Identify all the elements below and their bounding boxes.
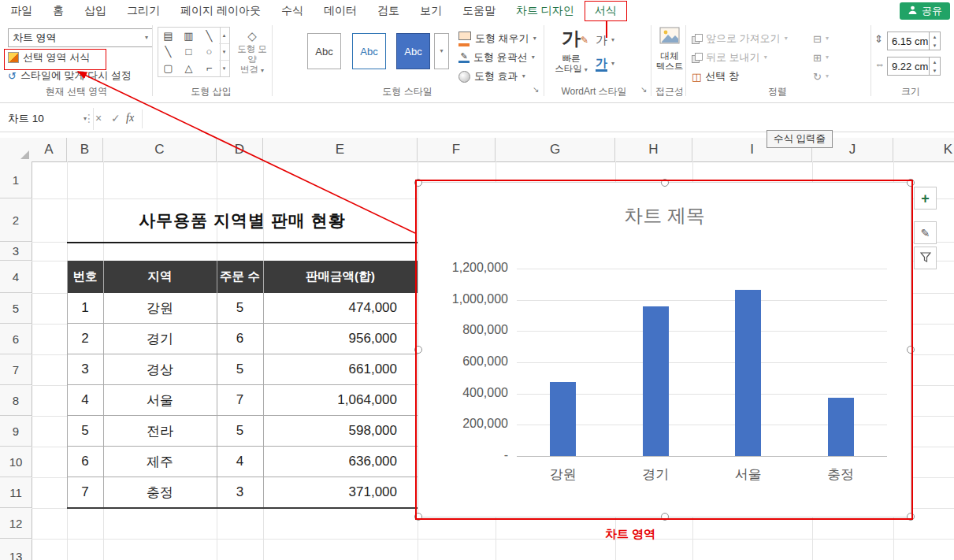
selection-handle[interactable] xyxy=(907,346,915,354)
selection-handle[interactable] xyxy=(907,179,915,187)
insert-function-button[interactable]: fx xyxy=(126,112,134,124)
column-header-D[interactable]: D xyxy=(217,138,263,162)
shape-style-sample-1[interactable]: Abc xyxy=(307,33,341,69)
row-header-6[interactable]: 6 xyxy=(0,324,32,354)
cell[interactable]: 7 xyxy=(217,385,263,416)
scroll-down-icon[interactable]: ▾ xyxy=(219,44,229,61)
cell[interactable]: 956,000 xyxy=(263,324,418,354)
cell[interactable]: 제주 xyxy=(103,447,217,477)
ribbon-tab-draw[interactable]: 그리기 xyxy=(117,1,170,21)
row-header-12[interactable]: 12 xyxy=(0,508,32,539)
shape-textbox-h-icon[interactable]: ▤ xyxy=(158,28,178,43)
chart-ytick-label[interactable]: 1,200,000 xyxy=(420,261,508,275)
cell[interactable]: 4 xyxy=(217,447,263,477)
shape-round-rect-icon[interactable]: ▢ xyxy=(158,60,178,76)
selection-pane-button[interactable]: ◫ 선택 창 xyxy=(692,68,739,85)
chart-xtick-label[interactable]: 강원 xyxy=(528,465,599,484)
shape-styles-more-button[interactable]: ▾ xyxy=(434,33,449,69)
cell[interactable]: 6 xyxy=(217,324,263,354)
chart-title[interactable]: 차트 제목 xyxy=(418,203,911,228)
cell[interactable]: 경상 xyxy=(103,354,217,385)
cell[interactable]: 3 xyxy=(67,354,103,385)
ribbon-tab-chart-design[interactable]: 차트 디자인 xyxy=(506,1,585,21)
cell[interactable]: 598,000 xyxy=(263,416,418,447)
chart-elements-dropdown[interactable]: 차트 영역 ▾ xyxy=(8,28,153,47)
ribbon-tab-insert[interactable]: 삽입 xyxy=(74,1,117,21)
column-header-B[interactable]: B xyxy=(67,138,103,162)
text-fill-button[interactable]: 가 ▾ xyxy=(596,55,614,72)
cell[interactable]: 경기 xyxy=(103,324,217,354)
row-header-11[interactable]: 11 xyxy=(0,477,32,508)
group-objects-button[interactable]: ⊞ ▾ xyxy=(813,49,829,66)
bring-forward-button[interactable]: 앞으로 가져오기 ▾ xyxy=(692,30,788,47)
shape-gallery[interactable]: ▤ ▥ ╲ ╲ □ ○ ▢ △ ⌐ xyxy=(158,27,221,77)
cell[interactable]: 371,000 xyxy=(263,477,418,508)
chart-styles-button[interactable]: ✎ xyxy=(914,221,937,244)
shape-line-icon[interactable]: ╲ xyxy=(199,28,219,43)
cell[interactable]: 6 xyxy=(67,447,103,477)
column-header-H[interactable]: H xyxy=(615,138,692,162)
cell[interactable]: 전라 xyxy=(103,416,217,447)
cell[interactable]: 2 xyxy=(67,324,103,354)
cell[interactable]: 5 xyxy=(217,416,263,447)
formula-input[interactable] xyxy=(143,108,947,130)
send-backward-button[interactable]: 뒤로 보내기 ▾ xyxy=(692,49,767,66)
column-header-E[interactable]: E xyxy=(263,138,418,162)
chart-ytick-label[interactable]: 400,000 xyxy=(420,386,508,400)
cell[interactable]: 서울 xyxy=(103,385,217,416)
alt-text-button[interactable]: 대체 텍스트 xyxy=(653,27,686,72)
chart-bar-서울[interactable] xyxy=(735,290,761,456)
shape-effects-button[interactable]: 도형 효과 ▾ xyxy=(458,68,525,85)
column-header-C[interactable]: C xyxy=(103,138,217,162)
row-header-4[interactable]: 4 xyxy=(0,261,32,293)
row-header-9[interactable]: 9 xyxy=(0,416,32,447)
selection-handle[interactable] xyxy=(414,346,422,354)
cell[interactable]: 4 xyxy=(67,385,103,416)
ribbon-tab-file[interactable]: 파일 xyxy=(0,1,43,21)
chart-ytick-label[interactable]: 1,000,000 xyxy=(420,292,508,306)
ribbon-tab-home[interactable]: 홈 xyxy=(43,1,74,21)
wordart-quick-styles-button[interactable]: 가 ✎ 빠른 스타일 ▾ xyxy=(551,27,591,74)
shape-rectangle-icon[interactable]: □ xyxy=(179,44,199,60)
chart-ytick-label[interactable]: 200,000 xyxy=(420,417,508,431)
chart-bar-강원[interactable] xyxy=(550,382,576,456)
shape-outline-button[interactable]: ✎ 도형 윤곽선 ▾ xyxy=(458,49,535,66)
ribbon-tab-view[interactable]: 보기 xyxy=(410,1,452,21)
height-spinner[interactable]: ▲▼ xyxy=(929,32,940,50)
scroll-up-icon[interactable]: ▴ xyxy=(219,28,229,44)
row-header-10[interactable]: 10 xyxy=(0,447,32,477)
chart-xtick-label[interactable]: 서울 xyxy=(713,465,784,484)
row-header-5[interactable]: 5 xyxy=(0,293,32,324)
select-all-button[interactable] xyxy=(0,138,32,162)
row-header-3[interactable]: 3 xyxy=(0,242,32,261)
column-header-F[interactable]: F xyxy=(418,138,496,162)
chart-ytick-label[interactable]: 600,000 xyxy=(420,354,508,369)
shape-textbox-v-icon[interactable]: ▥ xyxy=(179,28,199,43)
cancel-icon[interactable]: × xyxy=(95,112,102,124)
chart-bar-경기[interactable] xyxy=(643,306,669,456)
chart-filters-button[interactable] xyxy=(914,247,937,269)
share-button[interactable]: 공유 xyxy=(900,2,950,20)
cell[interactable]: 강원 xyxy=(103,293,217,324)
cell[interactable]: 1,064,000 xyxy=(263,385,418,416)
ribbon-tab-data[interactable]: 데이터 xyxy=(314,1,367,21)
ribbon-tab-format[interactable]: 서식 xyxy=(585,1,627,21)
drag-handle-icon[interactable]: ⋮ xyxy=(84,112,95,124)
selection-handle[interactable] xyxy=(414,513,422,521)
ribbon-tab-review[interactable]: 검토 xyxy=(367,1,410,21)
row-header-13[interactable]: 13 xyxy=(0,539,32,560)
cell[interactable]: 5 xyxy=(67,416,103,447)
cell[interactable]: 661,000 xyxy=(263,354,418,385)
shape-gallery-scrollbar[interactable]: ▴ ▾ ▾ xyxy=(219,27,230,77)
selection-handle[interactable] xyxy=(907,513,915,521)
format-selection-button[interactable]: 선택 영역 서식 xyxy=(8,49,90,66)
cell[interactable]: 7 xyxy=(67,477,103,508)
cell[interactable]: 636,000 xyxy=(263,447,418,477)
chart-ytick-label[interactable]: - xyxy=(420,448,508,462)
cell[interactable]: 충정 xyxy=(103,477,217,508)
chart-area[interactable]: 차트 제목 1,200,0001,000,000800,000600,00040… xyxy=(418,182,911,517)
rotate-objects-button[interactable]: ↻ ▾ xyxy=(813,68,829,85)
selection-handle[interactable] xyxy=(661,513,669,521)
chart-xtick-label[interactable]: 충정 xyxy=(805,465,876,484)
selection-handle[interactable] xyxy=(661,179,669,187)
